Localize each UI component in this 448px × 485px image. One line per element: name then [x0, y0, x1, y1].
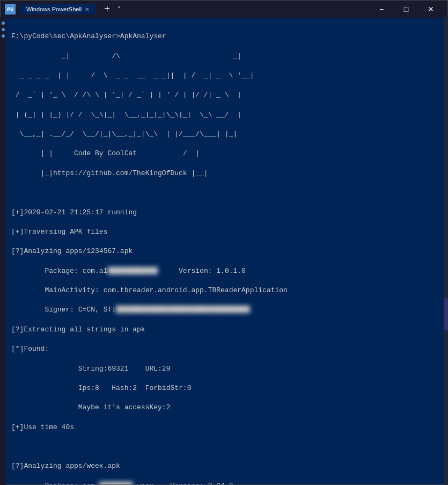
signer1-line: Signer: C=CN, ST:███████████████████████… — [11, 305, 440, 315]
titlebar-extra-controls: + ˅ — [100, 4, 123, 15]
ascii-art-6: | | Code By CoolCat _/ | — [11, 149, 440, 158]
scrollbar[interactable] — [444, 17, 448, 485]
new-tab-button[interactable]: + — [100, 4, 114, 15]
analyzing2-line: [?]Analyzing apps/weex.apk — [11, 461, 440, 471]
sidebar-dot — [2, 34, 5, 38]
package2-blurred: ████████ — [99, 481, 133, 484]
left-sidebar — [0, 17, 6, 485]
tab-label: Windows PowerShell — [26, 6, 82, 12]
usetime1-line: [+]Use time 40s — [11, 423, 440, 432]
tab-dropdown-button[interactable]: ˅ — [115, 6, 123, 13]
app-icon: PS — [5, 4, 16, 15]
traversing-line: [+]Traversing APK files — [11, 227, 440, 237]
mainactivity1-line: MainActivity: com.tbreader.android.app.T… — [11, 286, 440, 295]
blank-line — [11, 188, 440, 198]
running-line: [+]2020-02-21 21:25:17 running — [11, 208, 440, 218]
package2-line: Package: com.████████ weex Version: 0.24… — [11, 481, 440, 484]
prompt-line-1: F:\pyCode\sec\ApkAnalyser>ApkAnalyser — [11, 32, 440, 41]
titlebar: PS Windows PowerShell ✕ + ˅ − □ ✕ — [1, 1, 447, 18]
terminal-output[interactable]: F:\pyCode\sec\ApkAnalyser>ApkAnalyser _|… — [1, 18, 447, 484]
package1-blurred: ████████████ — [107, 266, 158, 276]
blank2-line — [11, 442, 440, 452]
accesskey1-line: Maybe it's accessKey:2 — [11, 403, 440, 412]
ascii-art-7: |_|https://github.com/TheKingOfDuck |__| — [11, 169, 440, 178]
window-controls: − □ ✕ — [369, 1, 443, 18]
ascii-art-5: \__,_| .__/_/ \__/|_|\__,_|_|\_\ | |/___… — [11, 129, 440, 139]
signer1-blurred: ████████████████████████████████ — [116, 305, 250, 315]
scrollbar-thumb[interactable] — [444, 298, 448, 330]
ips1-line: Ips:8 Hash:2 ForbidStr:0 — [11, 383, 440, 393]
close-button[interactable]: ✕ — [418, 1, 443, 18]
found1-line: [*]Found: — [11, 344, 440, 354]
powershell-window: PS Windows PowerShell ✕ + ˅ − □ ✕ F:\pyC… — [0, 0, 448, 485]
sidebar-dot — [2, 21, 5, 25]
svg-text:PS: PS — [7, 7, 13, 13]
analyzing1-line: [?]Analyzing apps/1234567.apk — [11, 247, 440, 256]
tab-close-icon[interactable]: ✕ — [85, 6, 89, 12]
maximize-button[interactable]: □ — [394, 1, 418, 18]
minimize-button[interactable]: − — [369, 1, 394, 18]
ascii-art-4: | (_| | |_) |/ / \_\|_| \__,_|_|_|\_\|_|… — [11, 110, 440, 120]
string1-line: String:69321 URL:29 — [11, 364, 440, 374]
active-tab[interactable]: Windows PowerShell ✕ — [20, 4, 96, 15]
sidebar-dot — [2, 28, 5, 31]
package1-line: Package: com.al████████████ Version: 1.0… — [11, 266, 440, 276]
ascii-art-3: / _` | '_ \ / /\ \ | '_| / _` | | ' / | … — [11, 90, 440, 100]
ascii-art-1: _| /\ _| — [11, 52, 440, 61]
ascii-art-2: _ _ _ _ | | / \ _ _ __ _ _|| | / _| _ \ … — [11, 71, 440, 81]
extracting1-line: [?]Extracting all strings in apk — [11, 325, 440, 335]
